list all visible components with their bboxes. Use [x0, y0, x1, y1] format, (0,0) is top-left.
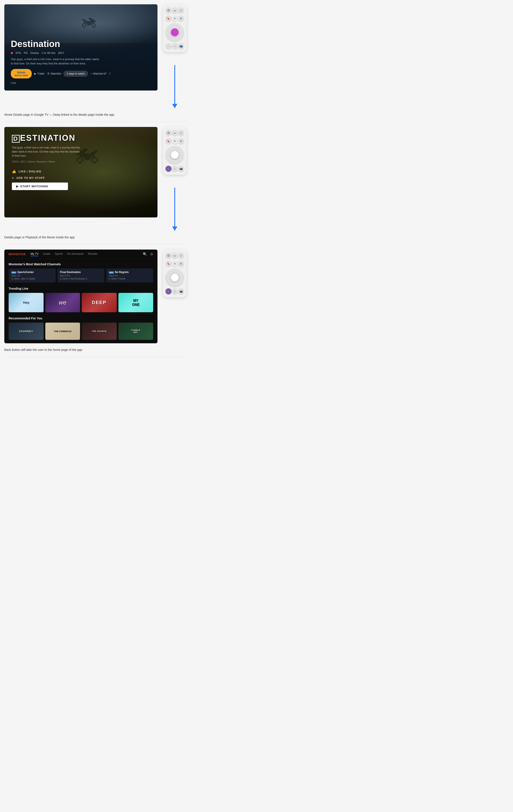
watch-now-label: WATCH NOW	[15, 74, 28, 77]
rec-label-comedian: THE COMEDIAN	[54, 330, 72, 332]
settings-button-2[interactable]: ⚙	[178, 138, 184, 144]
watched-it-button[interactable]: ○ Watched it?	[90, 72, 107, 75]
plus-icon: +	[12, 176, 14, 180]
trending-grid: Fairy we DEEP	[9, 293, 153, 312]
search-icon[interactable]: 🔍	[143, 252, 147, 256]
nav-icons: 🔍 ⚙	[143, 252, 153, 256]
dpad-center-button-3[interactable]	[171, 274, 179, 282]
app-detail-caption: Details page or Playback of the Movie in…	[4, 233, 188, 244]
channel-name-3: NewNo Regrets	[109, 271, 151, 274]
channel-next-2: In 19min: Final Destination 2	[60, 277, 102, 280]
nav-item-ondemands[interactable]: On Demands	[67, 252, 84, 256]
google-assistant-button-2[interactable]: 🎙	[172, 138, 178, 144]
dpad-center-button-2[interactable]	[171, 151, 179, 159]
input-button-2[interactable]: ⊡	[178, 130, 184, 136]
rating-dot	[11, 52, 13, 54]
title-rest: ESTINATION	[20, 134, 76, 142]
remote-3-container: ⏻ ▬ ⊡ 🔖 🎙 ⚙ ← ⌂ 📺	[162, 250, 188, 297]
gtv-caption: Movie Details page in Google TV — Deep l…	[4, 110, 188, 122]
like-dislike-label: LIKE / DISLIKE	[19, 170, 42, 173]
share-button[interactable]: ⤴	[109, 72, 110, 75]
channel-card-no-regrets[interactable]: NewNo Regrets 10am 1hr In 19min: Friends	[106, 268, 153, 283]
tv-button[interactable]: 📺	[178, 43, 184, 49]
google-assistant-button-3[interactable]: 🎙	[172, 261, 178, 267]
settings-button[interactable]: ⚙	[178, 16, 184, 22]
power-button-2[interactable]: ⏻	[165, 130, 171, 136]
menu-button[interactable]: ▬	[172, 7, 178, 13]
tv-button-3[interactable]: 📺	[178, 288, 184, 294]
add-stuff-label: ADD TO MY STUFF	[16, 176, 45, 179]
bookmark-button[interactable]: 🔖	[165, 16, 171, 22]
channel-card-final-destination[interactable]: Final Destination 9am R 2hr In 19min: Fi…	[57, 268, 104, 283]
back-button-2[interactable]: ←	[165, 166, 171, 172]
tivium-watch-button[interactable]: tivium WATCH NOW	[11, 69, 32, 79]
trend-bg-we: we	[45, 293, 80, 312]
dpad-2[interactable]	[166, 146, 183, 164]
tv-button-2[interactable]: 📺	[178, 166, 184, 172]
home-button-2[interactable]: ⌂	[172, 166, 178, 172]
watched-label: Watched it?	[93, 72, 107, 75]
power-button-3[interactable]: ⏻	[165, 253, 171, 259]
gtv-pg: PG	[24, 51, 28, 55]
google-assistant-button[interactable]: 🎙	[172, 16, 178, 22]
dpad-3[interactable]	[166, 269, 183, 286]
rec-card-comedian[interactable]: THE COMEDIAN	[45, 323, 80, 340]
section-app-home: MOVIESTAR My TV Guide Sports On Demands …	[4, 250, 188, 343]
trend-card-fairy[interactable]: Fairy	[9, 293, 44, 312]
nav-item-sports[interactable]: Sports	[55, 252, 63, 256]
remote-1-container: ⏻ ▬ ⊡ 🔖 🎙 ⚙ ← ⌂ 📺	[162, 4, 188, 108]
dpad-center-button[interactable]	[171, 28, 179, 36]
start-watching-button[interactable]: ▶ START WATCHING	[12, 182, 68, 190]
nav-item-mytv[interactable]: My TV	[30, 252, 38, 256]
add-to-stuff-button[interactable]: + ADD TO MY STUFF	[12, 176, 150, 180]
channel-time-2: 9am R 2hr	[60, 274, 102, 277]
rec-card-journey[interactable]: JOURNEY	[9, 323, 44, 340]
start-watching-label: START WATCHING	[20, 185, 48, 188]
trend-card-deep[interactable]: DEEP	[82, 293, 117, 312]
app-actions: 👍 LIKE / DISLIKE + ADD TO MY STUFF ▶ STA…	[12, 169, 150, 190]
menu-button-2[interactable]: ▬	[172, 130, 178, 136]
trend-card-my-one[interactable]: MYONE	[118, 293, 153, 312]
gtv-genre: Drama	[30, 51, 39, 55]
power-button[interactable]: ⏻	[165, 7, 171, 13]
gtv-screen: Destination 97% PG Drama 1 hr 49 min 201…	[4, 4, 158, 90]
watchlist-label: Watchlist	[51, 72, 61, 75]
channel-card-sportscenter[interactable]: NewSportsCenter 10am 1hr In 19min: Jalen…	[9, 268, 56, 283]
app-home-caption: Back button will take the user to the ho…	[4, 345, 188, 357]
input-button[interactable]: ⊡	[178, 7, 184, 13]
back-button[interactable]: ←	[165, 43, 171, 49]
watchlist-icon: ☰	[47, 72, 50, 75]
bookmark-button-3[interactable]: 🔖	[165, 261, 171, 267]
watchlist-button[interactable]: ☰ Watchlist	[47, 72, 61, 75]
rec-label-source: THE SOURCE	[92, 330, 107, 332]
home-button[interactable]: ⌂	[172, 43, 178, 49]
bookmark-button-2[interactable]: 🔖	[165, 138, 171, 144]
rec-label-tumble: TUMBLEDRY	[131, 329, 141, 334]
like-dislike-button[interactable]: 👍 LIKE / DISLIKE	[12, 169, 150, 173]
remote-2: ⏻ ▬ ⊡ 🔖 🎙 ⚙ ← ⌂ 📺	[163, 127, 187, 175]
rec-card-tumble[interactable]: TUMBLEDRY	[118, 323, 153, 340]
rec-card-source[interactable]: THE SOURCE	[82, 323, 117, 340]
channel-time-1: 10am 1hr	[11, 274, 53, 277]
title-d-box: D	[12, 135, 20, 143]
nav-item-guide[interactable]: Guide	[43, 252, 51, 256]
gtv-movie-title: Destination	[11, 39, 151, 49]
trailer-label: Trailer	[37, 72, 45, 75]
new-badge-1: New	[11, 271, 17, 274]
settings-nav-icon[interactable]: ⚙	[150, 252, 153, 256]
back-button-3[interactable]: ←	[165, 288, 171, 294]
settings-button-3[interactable]: ⚙	[178, 261, 184, 267]
menu-button-3[interactable]: ▬	[172, 253, 178, 259]
play-icon-start: ▶	[16, 185, 19, 188]
trend-bg-deep: DEEP	[82, 293, 117, 312]
ways-to-watch-button[interactable]: 2 ways to watch	[64, 71, 88, 77]
trailer-button[interactable]: ▶ Trailer	[34, 72, 45, 75]
dpad[interactable]	[166, 24, 183, 41]
home-button-3[interactable]: ⌂	[172, 288, 178, 294]
play-icon: ▶	[34, 72, 36, 75]
trend-card-we[interactable]: we	[45, 293, 80, 312]
input-button-3[interactable]: ⊡	[178, 253, 184, 259]
section-gtv: Destination 97% PG Drama 1 hr 49 min 201…	[4, 4, 188, 108]
nav-items: My TV Guide Sports On Demands Rentals	[30, 252, 138, 256]
nav-item-rentals[interactable]: Rentals	[88, 252, 98, 256]
